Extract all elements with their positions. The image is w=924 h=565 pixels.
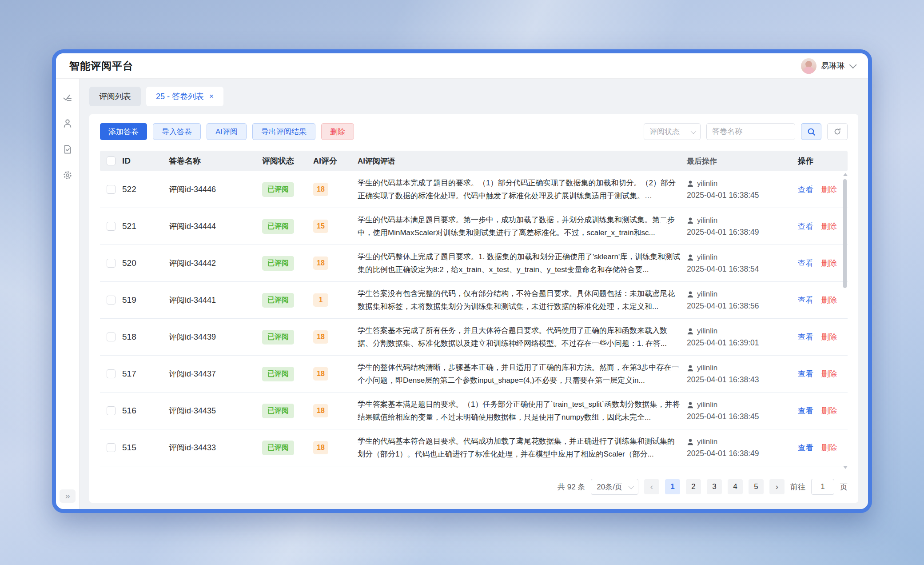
table-row: 522 评阅id-34446 已评阅 18 学生的代码基本完成了题目的要求。（1… (100, 171, 848, 208)
row-name: 评阅id-34439 (169, 332, 262, 342)
page-button-1[interactable]: 1 (665, 479, 680, 494)
operation-time: 2025-04-01 16:38:45 (687, 191, 792, 200)
view-link[interactable]: 查看 (798, 442, 813, 453)
paper-check-icon[interactable] (63, 144, 72, 154)
app-header: 智能评阅平台 易琳琳 (56, 53, 868, 79)
row-checkbox[interactable] (107, 369, 116, 378)
table-row: 519 评阅id-34441 已评阅 1 学生答案没有包含完整的代码，仅有部分结… (100, 282, 848, 319)
col-header-action: 操作 (798, 156, 848, 166)
search-input[interactable] (706, 123, 795, 140)
refresh-button[interactable] (827, 123, 848, 140)
chevron-down-icon (691, 128, 697, 134)
view-link[interactable]: 查看 (798, 258, 813, 268)
scrollbar-thumb[interactable] (843, 179, 847, 288)
delete-link[interactable]: 删除 (821, 405, 837, 416)
row-checkbox[interactable] (107, 185, 116, 194)
prev-page-button[interactable]: ‹ (644, 479, 659, 494)
tab-review-list[interactable]: 评阅列表 (89, 87, 141, 106)
delete-link[interactable]: 删除 (821, 332, 837, 342)
row-checkbox[interactable] (107, 443, 116, 452)
scroll-down-icon[interactable] (843, 466, 848, 469)
row-name: 评阅id-34444 (169, 221, 262, 232)
add-answer-button[interactable]: 添加答卷 (100, 123, 147, 140)
table-row: 521 评阅id-34444 已评阅 15 学生的代码基本满足题目要求。第一步中… (100, 208, 848, 245)
view-link[interactable]: 查看 (798, 295, 813, 305)
table-header-row: ID 答卷名称 评阅状态 AI评分 AI评阅评语 最后操作 操作 (100, 151, 848, 171)
settings-gear-icon[interactable] (63, 170, 72, 180)
row-name: 评阅id-34442 (169, 258, 262, 268)
select-all-checkbox[interactable] (107, 156, 116, 165)
operator-name: yilinlin (697, 290, 717, 299)
status-badge: 已评阅 (262, 404, 294, 418)
search-button[interactable] (801, 123, 821, 140)
score-badge: 18 (313, 183, 328, 196)
avatar[interactable] (801, 58, 816, 74)
score-badge: 1 (313, 293, 328, 307)
ai-comment: 学生答案基本满足题目的要求。（1）任务部分正确使用了`train_test_sp… (358, 398, 681, 424)
delete-link[interactable]: 删除 (821, 258, 837, 268)
user-name: 易琳琳 (821, 60, 845, 71)
scroll-up-icon[interactable] (843, 173, 848, 176)
col-header-id: ID (122, 156, 169, 166)
toolbar: 添加答卷 导入答卷 AI评阅 导出评阅结果 删除 评阅状态 (100, 123, 848, 140)
table-scrollbar[interactable] (842, 173, 848, 469)
next-page-button[interactable]: › (769, 479, 785, 494)
page-button-5[interactable]: 5 (749, 479, 764, 494)
last-operation: yilinlin 2025-04-01 16:38:56 (687, 290, 798, 311)
view-link[interactable]: 查看 (798, 405, 813, 416)
last-operation: yilinlin 2025-04-01 16:39:01 (687, 327, 798, 348)
col-header-name: 答卷名称 (169, 156, 262, 166)
user-menu[interactable]: 易琳琳 (801, 58, 855, 74)
tab-answer-list[interactable]: 25 - 答卷列表 × (146, 87, 223, 106)
goto-page-input[interactable] (811, 479, 834, 495)
status-badge: 已评阅 (262, 219, 294, 234)
review-checklist-icon[interactable] (63, 93, 72, 103)
page-buttons: 12345 (665, 479, 764, 494)
score-badge: 18 (313, 330, 328, 344)
row-checkbox[interactable] (107, 333, 116, 341)
view-link[interactable]: 查看 (798, 369, 813, 379)
person-icon (687, 365, 694, 372)
ai-review-button[interactable]: AI评阅 (207, 123, 247, 140)
tab-bar: 评阅列表 25 - 答卷列表 × (89, 87, 858, 106)
ai-comment: 学生的代码整体上完成了题目要求。1. 数据集的加载和划分正确使用了'sklear… (358, 250, 681, 276)
row-checkbox[interactable] (107, 222, 116, 231)
row-checkbox[interactable] (107, 406, 116, 415)
row-checkbox[interactable] (107, 296, 116, 305)
row-name: 评阅id-34446 (169, 184, 262, 195)
operation-time: 2025-04-01 16:38:49 (687, 228, 792, 237)
page-button-2[interactable]: 2 (686, 479, 701, 494)
chevron-down-icon (849, 61, 857, 68)
sidebar-collapse-button[interactable]: » (60, 489, 76, 503)
row-id: 520 (122, 258, 169, 268)
import-answer-button[interactable]: 导入答卷 (153, 123, 201, 140)
row-checkbox[interactable] (107, 259, 116, 268)
last-operation: yilinlin 2025-04-01 16:38:54 (687, 253, 798, 274)
goto-label: 前往 (790, 482, 805, 492)
person-icon (687, 180, 694, 187)
export-results-button[interactable]: 导出评阅结果 (252, 123, 315, 140)
delete-link[interactable]: 删除 (821, 184, 837, 195)
delete-link[interactable]: 删除 (821, 369, 837, 379)
page-button-3[interactable]: 3 (707, 479, 722, 494)
page-size-select[interactable]: 20条/页 (591, 479, 638, 495)
ai-comment: 学生答案没有包含完整的代码，仅有部分结构，不符合题目要求。具体问题包括：未加载鸢… (358, 287, 681, 313)
status-badge: 已评阅 (262, 367, 294, 381)
close-tab-icon[interactable]: × (209, 92, 214, 101)
view-link[interactable]: 查看 (798, 184, 813, 195)
status-filter-select[interactable]: 评阅状态 (644, 123, 701, 140)
page-button-4[interactable]: 4 (728, 479, 743, 494)
person-icon (687, 254, 694, 261)
delete-button[interactable]: 删除 (321, 123, 354, 140)
ai-comment: 学生的代码基本满足题目要求。第一步中，成功加载了数据，并划分成训练集和测试集。第… (358, 213, 681, 239)
view-link[interactable]: 查看 (798, 221, 813, 232)
delete-link[interactable]: 删除 (821, 442, 837, 453)
operation-time: 2025-04-01 16:38:54 (687, 264, 792, 274)
view-link[interactable]: 查看 (798, 332, 813, 342)
operator-name: yilinlin (697, 437, 717, 446)
delete-link[interactable]: 删除 (821, 221, 837, 232)
row-id: 516 (122, 406, 169, 416)
delete-link[interactable]: 删除 (821, 295, 837, 305)
operator-name: yilinlin (697, 216, 717, 225)
users-icon[interactable] (63, 119, 72, 128)
